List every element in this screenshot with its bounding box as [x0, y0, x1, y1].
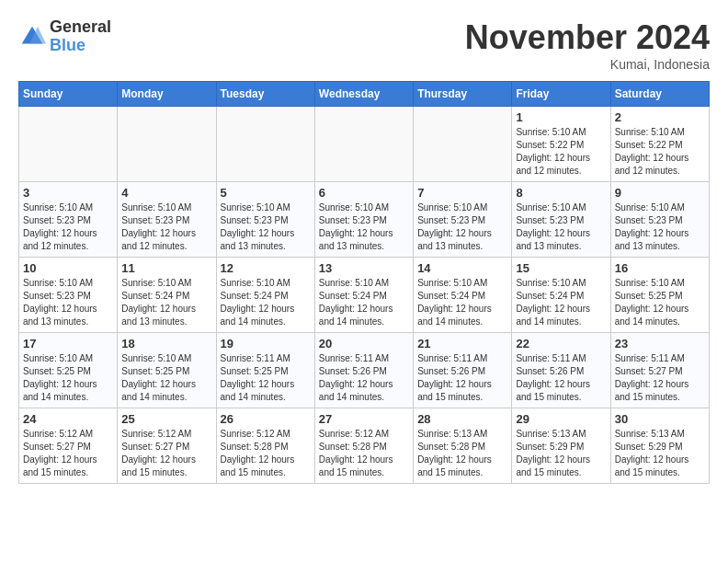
day-info: Sunrise: 5:10 AM Sunset: 5:25 PM Dayligh…	[23, 352, 113, 404]
title-block: November 2024 Kumai, Indonesia	[465, 18, 710, 72]
calendar-cell: 25Sunrise: 5:12 AM Sunset: 5:27 PM Dayli…	[118, 408, 216, 484]
page-header: General Blue November 2024 Kumai, Indone…	[18, 18, 710, 72]
calendar-week-row: 17Sunrise: 5:10 AM Sunset: 5:25 PM Dayli…	[19, 333, 710, 408]
weekday-header-thursday: Thursday	[414, 82, 512, 107]
calendar-cell: 15Sunrise: 5:10 AM Sunset: 5:24 PM Dayli…	[512, 258, 610, 333]
calendar-cell: 13Sunrise: 5:10 AM Sunset: 5:24 PM Dayli…	[314, 258, 413, 333]
day-number: 1	[516, 110, 606, 124]
calendar-week-row: 24Sunrise: 5:12 AM Sunset: 5:27 PM Dayli…	[19, 408, 710, 484]
day-info: Sunrise: 5:11 AM Sunset: 5:26 PM Dayligh…	[516, 352, 606, 404]
logo-general-text: General	[50, 18, 111, 37]
calendar-cell: 4Sunrise: 5:10 AM Sunset: 5:23 PM Daylig…	[118, 182, 216, 258]
day-number: 2	[615, 110, 705, 124]
calendar-table: SundayMondayTuesdayWednesdayThursdayFrid…	[18, 81, 710, 484]
calendar-week-row: 1Sunrise: 5:10 AM Sunset: 5:22 PM Daylig…	[19, 107, 710, 182]
weekday-header-monday: Monday	[118, 82, 216, 107]
day-info: Sunrise: 5:12 AM Sunset: 5:28 PM Dayligh…	[221, 428, 311, 479]
weekday-header-friday: Friday	[512, 82, 610, 107]
day-number: 15	[516, 261, 606, 275]
day-number: 7	[417, 186, 507, 200]
day-number: 16	[615, 261, 705, 275]
day-info: Sunrise: 5:10 AM Sunset: 5:23 PM Dayligh…	[516, 201, 606, 253]
day-number: 30	[615, 412, 705, 426]
calendar-cell: 10Sunrise: 5:10 AM Sunset: 5:23 PM Dayli…	[19, 258, 118, 333]
day-info: Sunrise: 5:10 AM Sunset: 5:24 PM Dayligh…	[516, 277, 606, 328]
calendar-cell: 12Sunrise: 5:10 AM Sunset: 5:24 PM Dayli…	[216, 258, 314, 333]
day-number: 21	[417, 337, 507, 350]
calendar-cell: 8Sunrise: 5:10 AM Sunset: 5:23 PM Daylig…	[512, 182, 610, 258]
calendar-cell: 7Sunrise: 5:10 AM Sunset: 5:23 PM Daylig…	[414, 182, 512, 258]
calendar-cell	[414, 107, 512, 182]
calendar-cell: 16Sunrise: 5:10 AM Sunset: 5:25 PM Dayli…	[610, 258, 709, 333]
day-number: 8	[516, 186, 606, 200]
calendar-cell: 27Sunrise: 5:12 AM Sunset: 5:28 PM Dayli…	[314, 408, 413, 484]
calendar-cell: 24Sunrise: 5:12 AM Sunset: 5:27 PM Dayli…	[19, 408, 118, 484]
calendar-cell: 21Sunrise: 5:11 AM Sunset: 5:26 PM Dayli…	[414, 333, 512, 408]
day-info: Sunrise: 5:10 AM Sunset: 5:25 PM Dayligh…	[121, 352, 211, 404]
day-number: 20	[319, 337, 409, 350]
day-info: Sunrise: 5:13 AM Sunset: 5:29 PM Dayligh…	[516, 428, 606, 479]
day-info: Sunrise: 5:11 AM Sunset: 5:26 PM Dayligh…	[319, 352, 409, 404]
calendar-header: SundayMondayTuesdayWednesdayThursdayFrid…	[19, 82, 710, 107]
day-number: 11	[121, 261, 211, 275]
day-info: Sunrise: 5:10 AM Sunset: 5:23 PM Dayligh…	[615, 201, 705, 253]
day-info: Sunrise: 5:10 AM Sunset: 5:23 PM Dayligh…	[121, 201, 211, 253]
day-info: Sunrise: 5:10 AM Sunset: 5:22 PM Dayligh…	[615, 126, 705, 178]
calendar-cell: 11Sunrise: 5:10 AM Sunset: 5:24 PM Dayli…	[118, 258, 216, 333]
day-info: Sunrise: 5:11 AM Sunset: 5:25 PM Dayligh…	[221, 352, 311, 404]
calendar-cell: 30Sunrise: 5:13 AM Sunset: 5:29 PM Dayli…	[610, 408, 709, 484]
calendar-cell: 28Sunrise: 5:13 AM Sunset: 5:28 PM Dayli…	[414, 408, 512, 484]
day-number: 10	[23, 261, 113, 275]
calendar-cell: 9Sunrise: 5:10 AM Sunset: 5:23 PM Daylig…	[610, 182, 709, 258]
weekday-header-sunday: Sunday	[19, 82, 118, 107]
logo-icon	[18, 23, 46, 51]
day-number: 27	[319, 412, 409, 426]
calendar-cell	[314, 107, 413, 182]
day-number: 28	[417, 412, 507, 426]
day-number: 14	[417, 261, 507, 275]
logo-text: General Blue	[50, 18, 111, 55]
weekday-header-wednesday: Wednesday	[314, 82, 413, 107]
calendar-cell	[216, 107, 314, 182]
day-info: Sunrise: 5:13 AM Sunset: 5:29 PM Dayligh…	[615, 428, 705, 479]
day-info: Sunrise: 5:11 AM Sunset: 5:27 PM Dayligh…	[615, 352, 705, 404]
day-info: Sunrise: 5:10 AM Sunset: 5:23 PM Dayligh…	[23, 277, 113, 328]
calendar-cell: 17Sunrise: 5:10 AM Sunset: 5:25 PM Dayli…	[19, 333, 118, 408]
day-number: 9	[615, 186, 705, 200]
day-info: Sunrise: 5:12 AM Sunset: 5:27 PM Dayligh…	[23, 428, 113, 479]
location-subtitle: Kumai, Indonesia	[465, 57, 710, 72]
calendar-cell: 29Sunrise: 5:13 AM Sunset: 5:29 PM Dayli…	[512, 408, 610, 484]
day-info: Sunrise: 5:10 AM Sunset: 5:23 PM Dayligh…	[319, 201, 409, 253]
day-info: Sunrise: 5:10 AM Sunset: 5:23 PM Dayligh…	[23, 201, 113, 253]
day-number: 5	[221, 186, 311, 200]
calendar-cell: 19Sunrise: 5:11 AM Sunset: 5:25 PM Dayli…	[216, 333, 314, 408]
calendar-cell: 5Sunrise: 5:10 AM Sunset: 5:23 PM Daylig…	[216, 182, 314, 258]
calendar-cell: 20Sunrise: 5:11 AM Sunset: 5:26 PM Dayli…	[314, 333, 413, 408]
calendar-cell: 18Sunrise: 5:10 AM Sunset: 5:25 PM Dayli…	[118, 333, 216, 408]
day-info: Sunrise: 5:10 AM Sunset: 5:22 PM Dayligh…	[516, 126, 606, 178]
month-title: November 2024	[465, 18, 710, 57]
day-info: Sunrise: 5:12 AM Sunset: 5:28 PM Dayligh…	[319, 428, 409, 479]
calendar-cell: 22Sunrise: 5:11 AM Sunset: 5:26 PM Dayli…	[512, 333, 610, 408]
calendar-cell	[118, 107, 216, 182]
day-number: 29	[516, 412, 606, 426]
calendar-week-row: 3Sunrise: 5:10 AM Sunset: 5:23 PM Daylig…	[19, 182, 710, 258]
day-number: 6	[319, 186, 409, 200]
day-number: 23	[615, 337, 705, 350]
day-info: Sunrise: 5:13 AM Sunset: 5:28 PM Dayligh…	[417, 428, 507, 479]
calendar-cell: 3Sunrise: 5:10 AM Sunset: 5:23 PM Daylig…	[19, 182, 118, 258]
day-number: 12	[221, 261, 311, 275]
calendar-cell: 6Sunrise: 5:10 AM Sunset: 5:23 PM Daylig…	[314, 182, 413, 258]
day-number: 4	[121, 186, 211, 200]
weekday-header-row: SundayMondayTuesdayWednesdayThursdayFrid…	[19, 82, 710, 107]
logo-blue-text: Blue	[50, 37, 111, 55]
calendar-cell	[19, 107, 118, 182]
logo: General Blue	[18, 18, 111, 55]
calendar-week-row: 10Sunrise: 5:10 AM Sunset: 5:23 PM Dayli…	[19, 258, 710, 333]
day-number: 17	[23, 337, 113, 350]
day-number: 19	[221, 337, 311, 350]
day-info: Sunrise: 5:10 AM Sunset: 5:23 PM Dayligh…	[417, 201, 507, 253]
day-info: Sunrise: 5:11 AM Sunset: 5:26 PM Dayligh…	[417, 352, 507, 404]
calendar-cell: 14Sunrise: 5:10 AM Sunset: 5:24 PM Dayli…	[414, 258, 512, 333]
day-number: 18	[121, 337, 211, 350]
